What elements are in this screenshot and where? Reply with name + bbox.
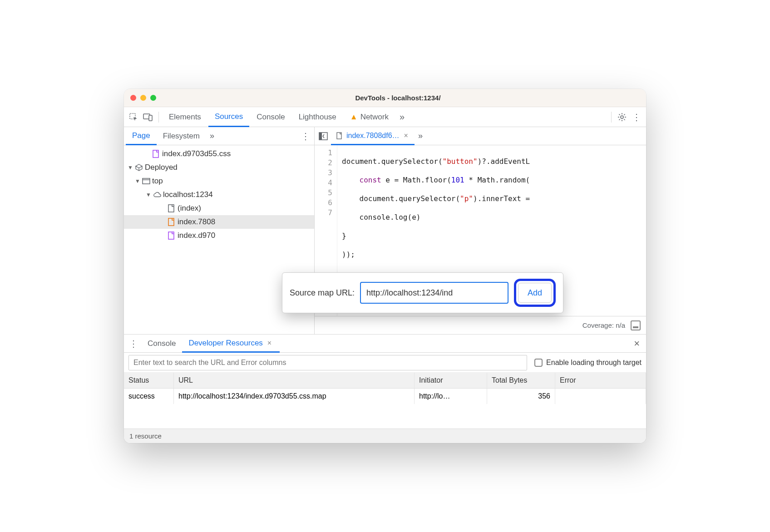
file-tab-active[interactable]: index.7808df6… × <box>331 127 415 145</box>
svg-rect-4 <box>153 150 158 158</box>
file-icon <box>152 150 160 158</box>
frame-icon <box>142 177 150 185</box>
tree-label: index.d9703d55.css <box>162 149 231 158</box>
tree-label: Deployed <box>145 163 178 172</box>
col-status[interactable]: Status <box>124 373 174 388</box>
checkbox-label: Enable loading through target <box>546 359 642 367</box>
cube-icon <box>135 163 143 172</box>
more-tabs-button[interactable]: » <box>396 107 408 127</box>
tab-label: Network <box>360 113 389 122</box>
cell-url: http://localhost:1234/index.d9703d55.css… <box>174 389 415 404</box>
tab-console[interactable]: Console <box>250 107 291 127</box>
tree-item-deployed[interactable]: ▼ Deployed <box>124 161 314 174</box>
close-drawer-button[interactable]: × <box>629 338 644 350</box>
close-window-button[interactable] <box>130 95 136 101</box>
coverage-bar: Coverage: n/a <box>315 316 646 334</box>
drawer: ⋮ Console Developer Resources × × Enable… <box>124 334 646 443</box>
devtools-window: DevTools - localhost:1234/ Elements Sour… <box>124 89 646 443</box>
minimize-window-button[interactable] <box>140 95 146 101</box>
col-error[interactable]: Error <box>555 373 646 388</box>
chevron-down-icon: ▼ <box>146 192 151 198</box>
svg-rect-8 <box>168 218 174 226</box>
checkbox-icon <box>534 359 543 367</box>
tree-item-index[interactable]: (index) <box>124 202 314 215</box>
col-initiator[interactable]: Initiator <box>415 373 487 388</box>
close-tab-button[interactable]: × <box>402 132 410 140</box>
navigator-menu-icon[interactable]: ⋮ <box>299 129 312 143</box>
titlebar: DevTools - localhost:1234/ <box>124 89 646 107</box>
inspect-element-icon[interactable] <box>127 110 140 124</box>
tree-label: index.d970 <box>178 231 215 240</box>
coverage-label: Coverage: n/a <box>582 321 625 329</box>
subtab-label: Page <box>132 131 150 140</box>
drawer-tab-label: Console <box>148 339 176 348</box>
cell-status: success <box>124 389 174 404</box>
tree-item-css[interactable]: index.d9703d55.css <box>124 147 314 161</box>
toggle-navigator-icon[interactable] <box>316 132 330 140</box>
source-map-dialog: Source map URL: Add <box>282 272 563 313</box>
subtab-filesystem[interactable]: Filesystem <box>157 127 206 145</box>
file-icon <box>168 232 176 240</box>
resources-table: Status URL Initiator Total Bytes Error s… <box>124 373 646 429</box>
cloud-icon <box>153 191 161 199</box>
file-icon <box>168 218 176 226</box>
svg-rect-7 <box>168 205 174 212</box>
search-input[interactable] <box>128 355 527 370</box>
navigator-tabs: Page Filesystem » ⋮ <box>124 127 314 145</box>
drawer-tabs: ⋮ Console Developer Resources × × <box>124 335 646 353</box>
drawer-tab-label: Developer Resources <box>188 339 262 348</box>
table-row[interactable]: success http://localhost:1234/index.d970… <box>124 389 646 404</box>
tab-sources[interactable]: Sources <box>208 107 249 127</box>
maximize-window-button[interactable] <box>150 95 156 101</box>
tree-item-top[interactable]: ▼ top <box>124 174 314 188</box>
kebab-menu-icon[interactable]: ⋮ <box>630 110 643 124</box>
drawer-menu-icon[interactable]: ⋮ <box>126 337 141 350</box>
cell-error <box>555 389 646 404</box>
tab-label: Console <box>257 113 285 122</box>
close-drawer-tab-button[interactable]: × <box>266 339 273 347</box>
enable-loading-checkbox[interactable]: Enable loading through target <box>534 359 642 367</box>
svg-rect-5 <box>143 178 150 184</box>
tab-label: Sources <box>215 112 243 121</box>
svg-rect-2 <box>149 115 152 121</box>
tree-item-css2[interactable]: index.d970 <box>124 229 314 242</box>
tree-label: (index) <box>178 204 201 213</box>
table-header: Status URL Initiator Total Bytes Error <box>124 373 646 389</box>
subtab-label: Filesystem <box>163 132 200 141</box>
device-toolbar-icon[interactable] <box>141 110 155 124</box>
tab-network[interactable]: ▲ Network <box>344 107 395 127</box>
tree-item-host[interactable]: ▼ localhost:1234 <box>124 188 314 202</box>
cell-initiator: http://lo… <box>415 389 487 404</box>
drawer-toolbar: Enable loading through target <box>124 353 646 373</box>
drawer-tab-developer-resources[interactable]: Developer Resources × <box>182 335 280 353</box>
source-map-url-input[interactable] <box>360 282 508 304</box>
source-map-label: Source map URL: <box>290 288 355 298</box>
tab-lighthouse[interactable]: Lighthouse <box>292 107 343 127</box>
add-source-map-button[interactable]: Add <box>518 283 552 303</box>
file-tab-label: index.7808df6… <box>346 132 400 140</box>
cell-bytes: 356 <box>487 389 555 404</box>
status-text: 1 resource <box>129 432 162 440</box>
main-toolbar: Elements Sources Console Lighthouse ▲ Ne… <box>124 107 646 127</box>
col-url[interactable]: URL <box>174 373 415 388</box>
settings-icon[interactable] <box>615 110 629 124</box>
drawer-tab-console[interactable]: Console <box>141 335 182 353</box>
tree-item-js[interactable]: index.7808 <box>124 215 314 229</box>
file-icon <box>336 132 344 140</box>
tree-label: localhost:1234 <box>163 190 213 199</box>
separator <box>611 112 612 123</box>
more-subtabs-button[interactable]: » <box>206 127 218 145</box>
col-bytes[interactable]: Total Bytes <box>487 373 555 388</box>
tree-label: top <box>152 177 163 186</box>
svg-rect-11 <box>319 133 322 140</box>
subtab-page[interactable]: Page <box>126 127 157 145</box>
warning-icon: ▲ <box>350 113 358 122</box>
status-bar: 1 resource <box>124 429 646 443</box>
more-file-tabs-button[interactable]: » <box>415 127 425 145</box>
tab-elements[interactable]: Elements <box>163 107 207 127</box>
window-controls <box>130 95 156 101</box>
toggle-drawer-icon[interactable] <box>631 320 641 330</box>
add-button-highlight: Add <box>514 279 556 307</box>
chevron-down-icon: ▼ <box>135 178 140 184</box>
tree-label: index.7808 <box>178 217 215 227</box>
